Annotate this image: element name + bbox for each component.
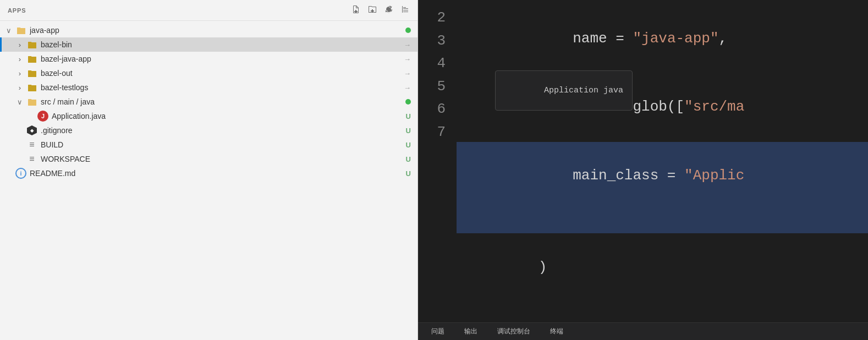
tree-item-label: bazel-java-app [41, 54, 404, 63]
status-dot [405, 28, 411, 33]
tree-item-label: .gitignore [41, 126, 406, 135]
tree-item-java-app[interactable]: ∨ java-app [0, 23, 417, 37]
chevron-right-icon: › [14, 41, 25, 49]
line-num: 3 [418, 30, 446, 53]
line-num: 6 [418, 98, 446, 121]
untracked-badge: U [406, 127, 411, 135]
symlink-badge: → [404, 41, 411, 49]
readme-file-icon: i [14, 168, 28, 179]
line-num: 5 [418, 75, 446, 98]
line-numbers: 2 3 4 5 6 7 [418, 4, 457, 322]
java-file-icon: J [36, 111, 50, 122]
tree-item-label: README.md [30, 169, 406, 178]
workspace-file-icon: ≡ [25, 154, 39, 164]
new-file-button[interactable] [349, 4, 362, 17]
active-indicator [0, 37, 2, 52]
tree-item-label: java-app [30, 26, 405, 35]
tree-item-label: src / main / java [41, 97, 405, 106]
tree-item-build[interactable]: ≡ BUILD U [0, 138, 417, 152]
tree-item-bazel-testlogs[interactable]: › bazel-testlogs → [0, 80, 417, 95]
refresh-button[interactable] [382, 4, 395, 17]
folder-icon [25, 69, 39, 78]
untracked-badge: U [406, 169, 411, 178]
editor-content: 2 3 4 5 6 7 name = "java-app", srcs = gl… [418, 0, 868, 322]
chevron-down-icon: ∨ [14, 98, 25, 106]
code-line-2: name = "java-app", [457, 4, 868, 73]
tooltip-text: Application java [544, 86, 623, 95]
line-num: 4 [418, 52, 446, 75]
build-file-icon: ≡ [25, 140, 39, 150]
tree-item-label: bazel-bin [41, 40, 404, 49]
folder-icon [14, 26, 28, 35]
symlink-badge: → [404, 84, 411, 92]
untracked-badge: U [406, 112, 411, 120]
code-editor: 2 3 4 5 6 7 name = "java-app", srcs = gl… [418, 0, 868, 340]
untracked-badge: U [406, 141, 411, 149]
tree-item-bazel-bin[interactable]: › bazel-bin → [0, 37, 417, 52]
tree-item-label: bazel-out [41, 69, 404, 78]
tab-output[interactable]: 输出 [460, 325, 482, 338]
status-dot [405, 99, 411, 105]
code-line-6: ) [457, 233, 868, 302]
new-folder-button[interactable] [366, 4, 379, 17]
code-line-4: main_class = "Applic [457, 142, 868, 211]
bottom-panel-tabs: 问题 输出 调试控制台 终端 [418, 322, 868, 340]
code-area[interactable]: name = "java-app", srcs = glob(["src/ma … [457, 4, 868, 322]
tab-debug-console[interactable]: 调试控制台 [493, 325, 535, 338]
tree-item-label: Application.java [52, 112, 406, 120]
line-num: 2 [418, 7, 446, 30]
untracked-badge: U [406, 155, 411, 163]
chevron-right-icon: › [14, 84, 25, 92]
code-line-7 [457, 302, 868, 322]
sidebar-actions [349, 4, 412, 17]
tab-problems[interactable]: 问题 [427, 325, 449, 338]
tab-terminal[interactable]: 终端 [546, 325, 568, 338]
tree-item-gitignore[interactable]: ◆ .gitignore U [0, 123, 417, 138]
sidebar: APPS [0, 0, 418, 340]
sidebar-header: APPS [0, 0, 417, 21]
collapse-button[interactable] [399, 4, 412, 17]
tree-item-application-java[interactable]: J Application.java U [0, 109, 417, 123]
hover-tooltip: Application java [495, 70, 633, 111]
tree-item-label: WORKSPACE [41, 155, 406, 163]
file-tree: ∨ java-app › bazel-bin → › bazel-java-ap… [0, 21, 417, 340]
chevron-right-icon: › [14, 55, 25, 63]
tree-item-bazel-java-app[interactable]: › bazel-java-app → [0, 52, 417, 66]
symlink-badge: → [404, 55, 411, 63]
folder-icon [25, 40, 39, 49]
tree-item-bazel-out[interactable]: › bazel-out → [0, 66, 417, 80]
code-line-5 [457, 210, 868, 233]
folder-icon [25, 54, 39, 63]
tree-item-workspace[interactable]: ≡ WORKSPACE U [0, 152, 417, 166]
tree-item-src-main-java[interactable]: ∨ src / main / java [0, 95, 417, 109]
sidebar-title: APPS [8, 7, 26, 14]
tree-item-readme[interactable]: i README.md U [0, 166, 417, 180]
chevron-right-icon: › [14, 69, 25, 78]
git-file-icon: ◆ [25, 125, 39, 135]
folder-icon [25, 83, 39, 92]
line-num: 7 [418, 121, 446, 144]
folder-icon [25, 97, 39, 106]
tree-item-label: bazel-testlogs [41, 83, 404, 92]
tree-item-label: BUILD [41, 140, 406, 149]
symlink-badge: → [404, 69, 411, 78]
chevron-down-icon: ∨ [3, 26, 14, 35]
